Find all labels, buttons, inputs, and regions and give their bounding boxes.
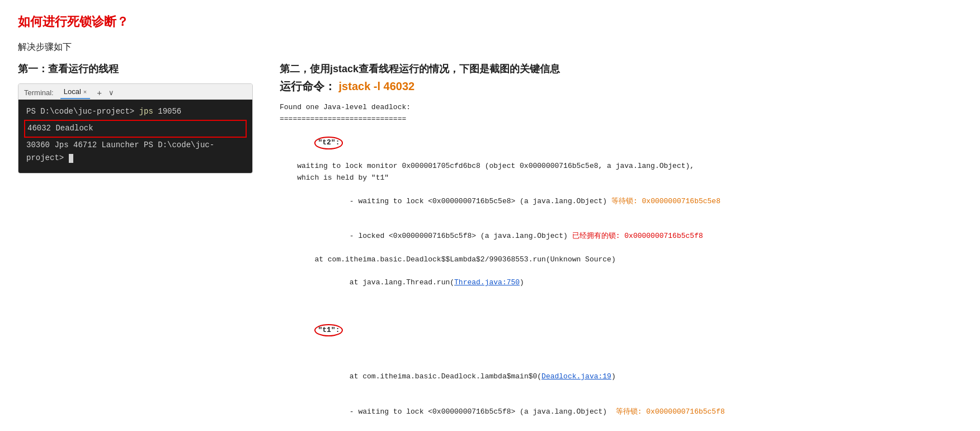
jstack-line-found: Found one Java-level deadlock: <box>280 102 962 114</box>
terminal-tab-local[interactable]: Local × <box>60 86 91 99</box>
jstack-t2-line2: which is held by "t1" <box>280 172 962 184</box>
terminal-highlighted-row: 46032 Deadlock <box>24 120 247 138</box>
jstack-line-sep: ============================= <box>280 114 962 125</box>
terminal-plus-button[interactable]: + <box>95 87 104 99</box>
jstack-t1-line1: at com.itheima.basic.Deadlock.lambda$mai… <box>280 359 962 394</box>
col-left: 第一：查看运行的线程 Terminal: Local × + ∨ PS D:\c… <box>18 62 253 174</box>
run-command-label: 运行命令： <box>280 80 336 92</box>
run-command-line: 运行命令： jstack -l 46032 <box>280 79 962 94</box>
subtitle: 解决步骤如下 <box>18 41 962 53</box>
jstack-t2-line4-link[interactable]: Thread.java:750 <box>454 278 520 287</box>
terminal-cursor <box>69 154 73 163</box>
jstack-t1-line2-annotation: 等待锁: 0x0000000716b5c5f8 <box>616 407 725 416</box>
jstack-t2-detail2: - locked <0x0000000716b5c5f8> (a java.la… <box>280 219 962 254</box>
jstack-t2-line1: waiting to lock monitor 0x000001705cfd6b… <box>280 161 962 172</box>
jstack-t2-line4-prefix: at java.lang.Thread.run( <box>314 278 454 287</box>
jstack-output: Found one Java-level deadlock: =========… <box>280 102 962 431</box>
col-right: 第二，使用jstack查看线程运行的情况，下图是截图的关键信息 运行命令： js… <box>280 62 962 431</box>
jstack-t1-line1-link[interactable]: Deadlock.java:19 <box>541 372 611 381</box>
col-right-heading: 第二，使用jstack查看线程运行的情况，下图是截图的关键信息 <box>280 62 962 76</box>
run-command-value: jstack -l 46032 <box>339 80 415 92</box>
terminal-close-icon[interactable]: × <box>83 88 87 95</box>
page-title: 如何进行死锁诊断？ <box>18 13 962 30</box>
terminal-chevron-icon[interactable]: ∨ <box>109 88 114 97</box>
terminal-tab-name: Local <box>64 87 81 96</box>
jstack-t2-detail1-annotation: 等待锁: 0x0000000716b5c5e8 <box>611 197 720 205</box>
terminal-line-30360: 30360 Jps <box>26 140 69 149</box>
prompt-1: PS D:\code\juc-project> <box>26 107 139 116</box>
terminal-window: Terminal: Local × + ∨ PS D:\code\juc-pro… <box>18 83 253 174</box>
jstack-t2-detail1: - waiting to lock <0x0000000716b5c5e8> (… <box>280 184 962 219</box>
jstack-t2-line4-suffix: ) <box>520 278 524 287</box>
two-column-layout: 第一：查看运行的线程 Terminal: Local × + ∨ PS D:\c… <box>18 62 962 431</box>
terminal-line-19056: 19056 <box>158 107 181 116</box>
terminal-tab-bar: Terminal: Local × + ∨ <box>18 84 252 100</box>
jstack-t2-label-line: "t2": <box>280 125 962 161</box>
terminal-line-46712: 46712 Launcher <box>73 140 139 149</box>
jstack-t1-line2-prefix: - waiting to lock <0x0000000716b5c5f8> (… <box>314 407 615 416</box>
jstack-t2-line3: at com.itheima.basic.Deadlock$$Lambda$2/… <box>280 254 962 266</box>
jstack-t2-detail2-annotation: 已经拥有的锁: 0x0000000716b5c5f8 <box>572 232 703 240</box>
jstack-t2-line4: at java.lang.Thread.run(Thread.java:750) <box>280 266 962 301</box>
jstack-t2-detail1-prefix: - waiting to lock <0x0000000716b5c5e8> (… <box>314 197 611 205</box>
jstack-t1-blank <box>280 348 962 360</box>
terminal-label: Terminal: <box>24 88 54 97</box>
t1-circle: "t1": <box>314 324 343 336</box>
col-left-heading: 第一：查看运行的线程 <box>18 62 253 76</box>
jstack-t1-line2: - waiting to lock <0x0000000716b5c5f8> (… <box>280 395 962 429</box>
terminal-body: PS D:\code\juc-project> jps 19056 46032 … <box>18 100 252 173</box>
cmd-jps: jps <box>139 107 153 116</box>
terminal-line-1: PS D:\code\juc-project> jps <box>26 107 158 116</box>
t2-circle: "t2": <box>314 137 343 149</box>
jstack-t1-label-line: "t1": <box>280 312 962 348</box>
jstack-t1-line1-suffix: ) <box>611 372 616 381</box>
jstack-t1-line1-prefix: at com.itheima.basic.Deadlock.lambda$mai… <box>314 372 541 381</box>
jstack-t2-detail2-prefix: - locked <0x0000000716b5c5f8> (a java.la… <box>314 232 572 240</box>
jstack-blank-1 <box>280 301 962 312</box>
